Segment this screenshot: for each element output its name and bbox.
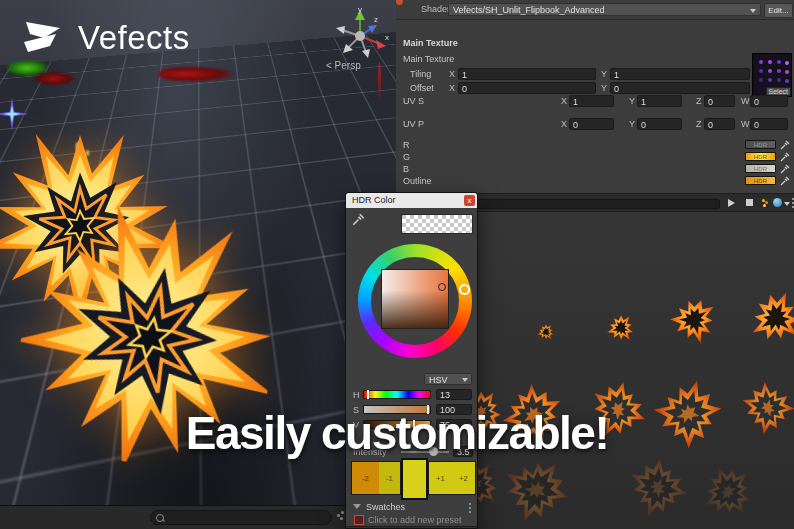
uv-s-z-field[interactable]: 0 [704,95,735,107]
search-input[interactable] [169,511,328,526]
divider [396,19,794,20]
blue-spark-effect [0,96,30,132]
particles-icon[interactable] [762,199,765,202]
explosion-frame [538,324,555,341]
exposure-swatch-current[interactable] [401,458,428,500]
tiling-y-label: Y [601,69,607,79]
explosion-frame [621,451,695,525]
search-icon [156,514,164,522]
uv-s-y-field[interactable]: 1 [637,95,682,107]
chevron-down-icon[interactable] [784,202,790,206]
swatch-label: -1 [386,474,393,483]
bottom-toolbar [0,505,346,529]
logo-text: Vefects [78,19,190,57]
hue-slider-row: H 13 [346,389,478,401]
sv-indicator[interactable] [438,283,446,291]
exposure-swatch--2[interactable]: -2 [352,462,379,494]
swatch-label: +1 [436,474,445,483]
stop-icon[interactable] [746,199,753,206]
hdr-color-window[interactable]: HDR Color x HSV H 13 S 100 V 75 I [345,192,478,529]
axis-label-z: z [374,15,378,24]
exposure-swatch-+2[interactable]: +2 [452,462,475,494]
uv-s-y-label: Y [629,96,635,106]
uv-p-x-label: X [561,119,567,129]
eyedropper-icon[interactable] [780,176,790,186]
chevron-down-icon [750,9,756,13]
exposure-swatch-row: -2 -1 +1 +2 [346,461,478,497]
explosion-frame [744,286,794,349]
offset-x-field[interactable]: 0 [458,82,596,94]
exposure-swatch-plus[interactable]: +1 +2 [428,461,476,495]
channel-r-label: R [403,140,410,150]
particles-icon[interactable] [337,514,340,517]
shader-dropdown[interactable]: Vefects/SH_Unlit_Flipbook_Advanced [448,3,761,16]
texture-thumbnail[interactable]: Select [752,53,792,97]
uv-p-z-label: Z [696,119,702,129]
tiling-label: Tiling [410,69,431,79]
kebab-menu-icon[interactable] [469,503,471,505]
uv-s-x-field[interactable]: 1 [569,95,614,107]
channel-g-label: G [403,152,410,162]
uv-p-x-field[interactable]: 0 [569,118,614,130]
add-preset-row[interactable]: Click to add new preset [346,514,478,525]
uv-p-label: UV P [403,119,424,129]
eyedropper-icon[interactable] [780,152,790,162]
tiling-x-label: X [449,69,455,79]
h-label: H [353,390,360,400]
eyedropper-icon[interactable] [780,164,790,174]
section-header: Main Texture [403,38,458,48]
hdr-color-swatch-b[interactable]: HDR [745,164,776,173]
exposure-swatch-minus[interactable]: -2 -1 [351,461,401,495]
offset-x-label: X [449,83,455,93]
hdr-window-titlebar[interactable]: HDR Color x [346,193,477,208]
red-splat-effect [158,66,236,82]
offset-y-field[interactable]: 0 [610,82,750,94]
hue-slider[interactable] [363,390,431,399]
uv-s-label: UV S [403,96,424,106]
shader-edit-button[interactable]: Edit... [764,3,793,18]
swatches-header[interactable]: Swatches [346,501,478,513]
exposure-swatch--1[interactable]: -1 [379,462,400,494]
outline-label: Outline [403,176,432,186]
hdr-color-swatch-g[interactable]: HDR [745,152,776,161]
uv-p-y-label: Y [629,119,635,129]
main-texture-label: Main Texture [403,54,454,64]
tiling-y-field[interactable]: 1 [610,68,750,80]
hdr-color-swatch-outline[interactable]: HDR [745,176,776,185]
saturation-value-square[interactable] [381,269,449,329]
foldout-triangle-icon[interactable] [353,504,361,509]
red-splat-effect [34,72,74,85]
uv-p-z-field[interactable]: 0 [704,118,735,130]
play-icon[interactable] [728,199,735,207]
swatch-label: +2 [459,474,468,483]
chevron-down-icon [462,378,468,382]
axis-label-y: y [358,5,362,14]
uv-s-w-label: W [741,96,750,106]
exposure-swatch-+1[interactable]: +1 [429,462,452,494]
eyedropper-icon[interactable] [780,140,790,150]
explosion-frame [498,452,575,529]
swatch-label: -2 [362,474,369,483]
add-preset-icon[interactable] [354,515,364,525]
tiling-x-field[interactable]: 1 [458,68,596,80]
axis-label-x: x [385,33,389,42]
explosion-frame [644,370,732,458]
uv-p-y-field[interactable]: 0 [637,118,682,130]
camera-sphere-icon[interactable] [773,198,782,207]
h-value-field[interactable]: 13 [436,389,472,400]
hdr-color-swatch-r[interactable]: HDR [745,140,776,149]
flipbook-texture-preview [759,60,763,64]
uv-p-w-field[interactable]: 0 [750,118,788,130]
eyedropper-icon[interactable] [352,213,365,226]
explosion-frame [734,374,794,442]
persp-mode-label[interactable]: < Persp [326,60,361,71]
uv-p-w-label: W [741,119,750,129]
uv-s-w-field[interactable]: 0 [750,95,788,107]
slider-handle[interactable] [367,390,369,399]
search-field[interactable] [150,510,332,525]
app-window: Vefects y x z < Persp Shader Vefects [0,0,794,529]
hue-indicator[interactable] [459,284,470,295]
color-mode-dropdown[interactable]: HSV [424,373,472,385]
close-icon[interactable]: x [464,195,475,206]
explosion-frame [700,464,757,521]
